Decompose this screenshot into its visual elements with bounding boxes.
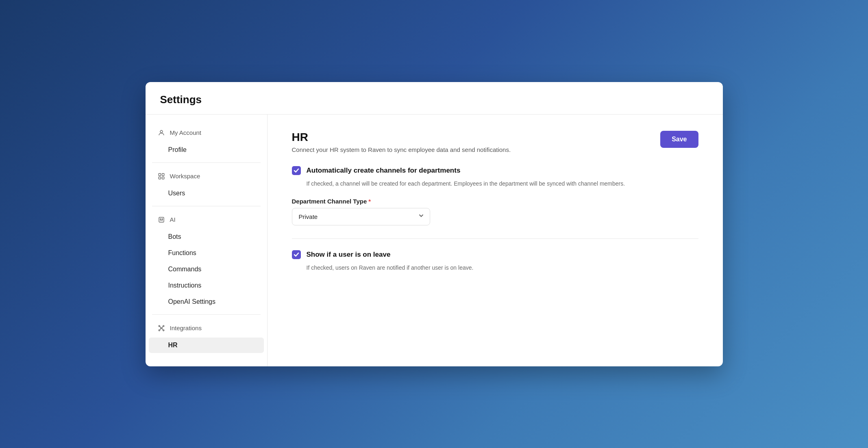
select-channel-type[interactable]: Private Public	[292, 208, 430, 225]
page-title: HR	[292, 131, 511, 144]
form-section-show-leave: Show if a user is on leave If checked, u…	[292, 250, 698, 272]
section-ai: AI Bots Functions Commands Instructions …	[146, 211, 267, 309]
required-star: *	[368, 198, 371, 205]
sidebar: My Account Profile Workspa	[146, 115, 268, 366]
sidebar-item-openai-settings[interactable]: OpenAI Settings	[149, 294, 264, 309]
divider-2	[152, 206, 261, 206]
checkbox-label-auto-channels: Automatically create channels for depart…	[307, 167, 461, 175]
svg-line-16	[162, 328, 163, 330]
content-header: HR Connect your HR system to Raven to sy…	[292, 131, 698, 153]
section-label-my-account: My Account	[170, 129, 202, 136]
page-description: Connect your HR system to Raven to sync …	[292, 146, 511, 153]
select-wrapper-channel-type: Private Public	[292, 208, 430, 225]
checkbox-description-auto-channels: If checked, a channel will be created fo…	[307, 179, 698, 188]
integrations-icon	[157, 324, 166, 333]
svg-point-6	[160, 219, 161, 219]
section-integrations: Integrations HR	[146, 320, 267, 353]
settings-body: My Account Profile Workspa	[146, 115, 723, 366]
svg-rect-2	[162, 173, 164, 175]
sidebar-item-users[interactable]: Users	[149, 186, 264, 201]
section-label-workspace: Workspace	[170, 173, 200, 180]
svg-point-12	[161, 327, 162, 329]
sidebar-item-bots[interactable]: Bots	[149, 229, 264, 245]
sidebar-item-commands[interactable]: Commands	[149, 262, 264, 277]
svg-rect-1	[159, 173, 161, 175]
section-divider	[292, 238, 698, 239]
settings-title: Settings	[160, 93, 708, 106]
ai-icon	[157, 215, 166, 224]
svg-point-10	[159, 329, 160, 331]
section-header-integrations: Integrations	[146, 320, 267, 337]
settings-header: Settings	[146, 82, 723, 115]
svg-rect-3	[159, 177, 161, 179]
svg-line-15	[160, 328, 161, 330]
section-label-ai: AI	[170, 216, 176, 223]
content-title-block: HR Connect your HR system to Raven to sy…	[292, 131, 511, 153]
section-header-ai: AI	[146, 211, 267, 228]
section-header-workspace: Workspace	[146, 168, 267, 185]
svg-rect-5	[159, 217, 164, 222]
section-header-my-account: My Account	[146, 124, 267, 141]
checkbox-row-show-leave: Show if a user is on leave	[292, 250, 698, 259]
checkbox-auto-channels[interactable]	[292, 166, 301, 175]
svg-rect-4	[162, 177, 164, 179]
sidebar-item-profile[interactable]: Profile	[149, 142, 264, 158]
divider-3	[152, 314, 261, 315]
form-section-auto-channels: Automatically create channels for depart…	[292, 166, 698, 225]
divider-1	[152, 162, 261, 163]
svg-point-11	[163, 329, 164, 331]
svg-point-8	[159, 325, 160, 327]
svg-line-13	[160, 326, 161, 328]
svg-point-9	[163, 325, 164, 327]
section-my-account: My Account Profile	[146, 124, 267, 158]
save-button[interactable]: Save	[660, 131, 698, 148]
settings-window: Settings My Account Profile	[146, 82, 723, 366]
user-icon	[157, 128, 166, 137]
checkbox-row-auto-channels: Automatically create channels for depart…	[292, 166, 698, 175]
checkbox-label-show-leave: Show if a user is on leave	[307, 251, 391, 259]
section-workspace: Workspace Users	[146, 168, 267, 201]
section-label-integrations: Integrations	[170, 325, 202, 331]
sidebar-item-instructions[interactable]: Instructions	[149, 278, 264, 293]
svg-point-7	[162, 219, 163, 219]
sidebar-item-hr[interactable]: HR	[149, 338, 264, 353]
svg-point-0	[160, 130, 163, 133]
svg-line-14	[162, 326, 163, 328]
main-content: HR Connect your HR system to Raven to sy…	[268, 115, 723, 366]
checkbox-description-show-leave: If checked, users on Raven are notified …	[307, 263, 698, 272]
field-label-channel-type: Department Channel Type*	[292, 198, 698, 205]
checkbox-show-leave[interactable]	[292, 250, 301, 259]
workspace-icon	[157, 172, 166, 181]
sidebar-item-functions[interactable]: Functions	[149, 245, 264, 261]
